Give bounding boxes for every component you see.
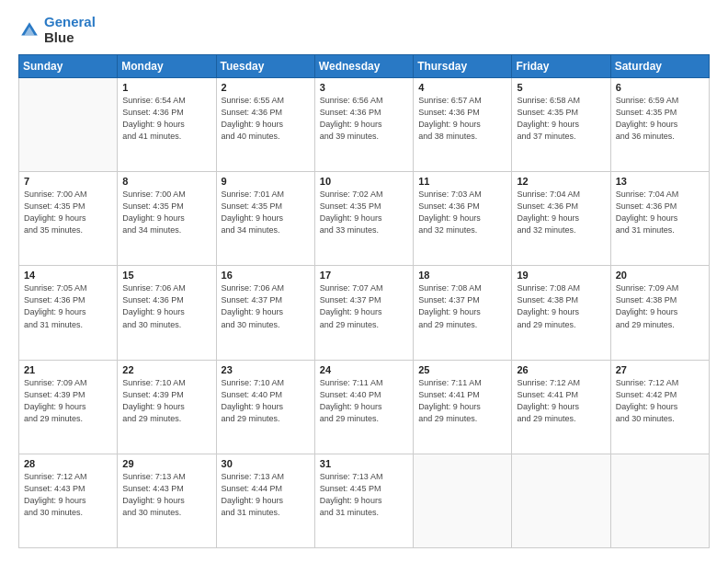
day-number: 21: [24, 364, 112, 375]
calendar-header-row: SundayMondayTuesdayWednesdayThursdayFrid…: [19, 55, 710, 78]
calendar-cell: 7Sunrise: 7:00 AMSunset: 4:35 PMDaylight…: [19, 172, 118, 266]
day-number: 28: [24, 458, 112, 469]
calendar-week-0: 1Sunrise: 6:54 AMSunset: 4:36 PMDaylight…: [19, 78, 710, 172]
calendar-week-2: 14Sunrise: 7:05 AMSunset: 4:36 PMDayligh…: [19, 266, 710, 360]
calendar-cell: 17Sunrise: 7:07 AMSunset: 4:37 PMDayligh…: [314, 266, 413, 360]
cell-text: Sunrise: 7:05 AMSunset: 4:36 PMDaylight:…: [24, 282, 112, 330]
cell-text: Sunrise: 7:13 AMSunset: 4:45 PMDaylight:…: [320, 471, 408, 519]
cell-text: Sunrise: 7:06 AMSunset: 4:36 PMDaylight:…: [122, 282, 210, 330]
day-number: 30: [222, 458, 310, 469]
cell-text: Sunrise: 7:11 AMSunset: 4:40 PMDaylight:…: [320, 377, 408, 425]
calendar-week-4: 28Sunrise: 7:12 AMSunset: 4:43 PMDayligh…: [19, 454, 710, 547]
day-number: 14: [24, 270, 112, 281]
logo-icon: [18, 19, 40, 41]
header: General Blue: [18, 15, 710, 45]
day-number: 8: [122, 176, 210, 187]
calendar-cell: 27Sunrise: 7:12 AMSunset: 4:42 PMDayligh…: [610, 360, 709, 454]
calendar-cell: 24Sunrise: 7:11 AMSunset: 4:40 PMDayligh…: [314, 360, 413, 454]
cell-text: Sunrise: 7:00 AMSunset: 4:35 PMDaylight:…: [122, 189, 210, 236]
cell-text: Sunrise: 6:58 AMSunset: 4:35 PMDaylight:…: [517, 95, 605, 143]
cell-text: Sunrise: 7:12 AMSunset: 4:43 PMDaylight:…: [24, 471, 112, 519]
day-number: 6: [616, 82, 704, 93]
calendar-cell: 12Sunrise: 7:04 AMSunset: 4:36 PMDayligh…: [512, 172, 610, 266]
cell-text: Sunrise: 7:10 AMSunset: 4:39 PMDaylight:…: [122, 377, 210, 425]
calendar-cell: 28Sunrise: 7:12 AMSunset: 4:43 PMDayligh…: [19, 454, 118, 547]
calendar-cell: 5Sunrise: 6:58 AMSunset: 4:35 PMDaylight…: [512, 78, 610, 172]
calendar-cell: [414, 454, 512, 547]
day-header-sunday: Sunday: [19, 55, 118, 78]
day-number: 17: [320, 270, 408, 281]
cell-text: Sunrise: 7:07 AMSunset: 4:37 PMDaylight:…: [320, 282, 408, 330]
cell-text: Sunrise: 7:10 AMSunset: 4:40 PMDaylight:…: [222, 377, 310, 425]
calendar-table: SundayMondayTuesdayWednesdayThursdayFrid…: [18, 54, 710, 548]
day-number: 18: [418, 270, 506, 281]
cell-text: Sunrise: 7:03 AMSunset: 4:36 PMDaylight:…: [418, 189, 506, 236]
calendar-cell: 15Sunrise: 7:06 AMSunset: 4:36 PMDayligh…: [118, 266, 216, 360]
cell-text: Sunrise: 7:12 AMSunset: 4:42 PMDaylight:…: [616, 377, 704, 425]
calendar-cell: 10Sunrise: 7:02 AMSunset: 4:35 PMDayligh…: [314, 172, 413, 266]
day-number: 2: [222, 82, 310, 93]
calendar-cell: 26Sunrise: 7:12 AMSunset: 4:41 PMDayligh…: [512, 360, 610, 454]
cell-text: Sunrise: 7:04 AMSunset: 4:36 PMDaylight:…: [616, 189, 704, 236]
day-number: 11: [418, 176, 506, 187]
calendar-cell: [610, 454, 709, 547]
day-number: 19: [517, 270, 605, 281]
cell-text: Sunrise: 6:55 AMSunset: 4:36 PMDaylight:…: [222, 95, 310, 143]
calendar-cell: 19Sunrise: 7:08 AMSunset: 4:38 PMDayligh…: [512, 266, 610, 360]
cell-text: Sunrise: 7:09 AMSunset: 4:39 PMDaylight:…: [24, 377, 112, 425]
calendar-cell: 31Sunrise: 7:13 AMSunset: 4:45 PMDayligh…: [314, 454, 413, 547]
page: General Blue SundayMondayTuesdayWednesda…: [0, 0, 728, 563]
cell-text: Sunrise: 7:06 AMSunset: 4:37 PMDaylight:…: [222, 282, 310, 330]
day-number: 10: [320, 176, 408, 187]
cell-text: Sunrise: 7:11 AMSunset: 4:41 PMDaylight:…: [418, 377, 506, 425]
cell-text: Sunrise: 7:12 AMSunset: 4:41 PMDaylight:…: [517, 377, 605, 425]
calendar-cell: 21Sunrise: 7:09 AMSunset: 4:39 PMDayligh…: [19, 360, 118, 454]
cell-text: Sunrise: 7:01 AMSunset: 4:35 PMDaylight:…: [222, 189, 310, 236]
cell-text: Sunrise: 6:54 AMSunset: 4:36 PMDaylight:…: [122, 95, 210, 143]
cell-text: Sunrise: 7:13 AMSunset: 4:43 PMDaylight:…: [122, 471, 210, 519]
day-number: 23: [222, 364, 310, 375]
cell-text: Sunrise: 7:08 AMSunset: 4:38 PMDaylight:…: [517, 282, 605, 330]
calendar-cell: [512, 454, 610, 547]
cell-text: Sunrise: 7:09 AMSunset: 4:38 PMDaylight:…: [616, 282, 704, 330]
calendar-cell: 1Sunrise: 6:54 AMSunset: 4:36 PMDaylight…: [118, 78, 216, 172]
day-number: 13: [616, 176, 704, 187]
calendar-week-1: 7Sunrise: 7:00 AMSunset: 4:35 PMDaylight…: [19, 172, 710, 266]
day-number: 22: [122, 364, 210, 375]
calendar-cell: 13Sunrise: 7:04 AMSunset: 4:36 PMDayligh…: [610, 172, 709, 266]
day-number: 9: [222, 176, 310, 187]
day-header-tuesday: Tuesday: [216, 55, 314, 78]
calendar-cell: 30Sunrise: 7:13 AMSunset: 4:44 PMDayligh…: [216, 454, 314, 547]
calendar-cell: 4Sunrise: 6:57 AMSunset: 4:36 PMDaylight…: [414, 78, 512, 172]
day-header-thursday: Thursday: [414, 55, 512, 78]
day-number: 16: [222, 270, 310, 281]
day-header-saturday: Saturday: [610, 55, 709, 78]
cell-text: Sunrise: 7:08 AMSunset: 4:37 PMDaylight:…: [418, 282, 506, 330]
day-number: 31: [320, 458, 408, 469]
day-number: 3: [320, 82, 408, 93]
day-number: 1: [122, 82, 210, 93]
cell-text: Sunrise: 7:04 AMSunset: 4:36 PMDaylight:…: [517, 189, 605, 236]
calendar-cell: 16Sunrise: 7:06 AMSunset: 4:37 PMDayligh…: [216, 266, 314, 360]
calendar-cell: 25Sunrise: 7:11 AMSunset: 4:41 PMDayligh…: [414, 360, 512, 454]
day-number: 24: [320, 364, 408, 375]
cell-text: Sunrise: 7:02 AMSunset: 4:35 PMDaylight:…: [320, 189, 408, 236]
calendar-cell: 3Sunrise: 6:56 AMSunset: 4:36 PMDaylight…: [314, 78, 413, 172]
calendar-cell: 2Sunrise: 6:55 AMSunset: 4:36 PMDaylight…: [216, 78, 314, 172]
day-number: 26: [517, 364, 605, 375]
day-number: 15: [122, 270, 210, 281]
day-number: 5: [517, 82, 605, 93]
calendar-cell: 8Sunrise: 7:00 AMSunset: 4:35 PMDaylight…: [118, 172, 216, 266]
cell-text: Sunrise: 6:56 AMSunset: 4:36 PMDaylight:…: [320, 95, 408, 143]
calendar-cell: 9Sunrise: 7:01 AMSunset: 4:35 PMDaylight…: [216, 172, 314, 266]
calendar-cell: 11Sunrise: 7:03 AMSunset: 4:36 PMDayligh…: [414, 172, 512, 266]
day-number: 12: [517, 176, 605, 187]
calendar-cell: 6Sunrise: 6:59 AMSunset: 4:35 PMDaylight…: [610, 78, 709, 172]
cell-text: Sunrise: 7:00 AMSunset: 4:35 PMDaylight:…: [24, 189, 112, 236]
calendar-week-3: 21Sunrise: 7:09 AMSunset: 4:39 PMDayligh…: [19, 360, 710, 454]
logo: General Blue: [18, 15, 96, 45]
calendar-cell: 20Sunrise: 7:09 AMSunset: 4:38 PMDayligh…: [610, 266, 709, 360]
day-header-friday: Friday: [512, 55, 610, 78]
day-header-monday: Monday: [118, 55, 216, 78]
calendar-cell: [19, 78, 118, 172]
